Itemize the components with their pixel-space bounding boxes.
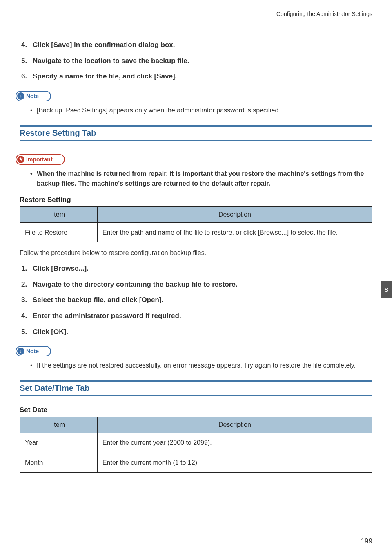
page-number: 199 (361, 537, 372, 545)
restore-steps: 1. Click [Browse...]. 2. Navigate to the… (20, 264, 372, 337)
note-callout-label: Note (26, 93, 39, 99)
step-number: 1. (21, 264, 27, 274)
step-text: Click [Browse...]. (33, 265, 89, 272)
table-cell-item: File to Restore (20, 222, 98, 242)
page-root: Configuring the Administrator Settings 4… (0, 0, 392, 556)
step-text: Navigate to the location to save the bac… (33, 57, 189, 65)
restore-lead-in: Follow the procedure below to restore co… (20, 248, 372, 258)
table-row: File to Restore Enter the path and name … (20, 222, 372, 242)
step-number: 5. (21, 56, 27, 66)
step-item: 2. Navigate to the directory containing … (20, 280, 372, 290)
step-number: 4. (21, 40, 27, 50)
table-cell-desc: Enter the path and name of the file to r… (97, 222, 372, 242)
step-text: Select the backup file, and click [Open]… (33, 296, 163, 304)
table-cell-item: Month (20, 453, 98, 472)
star-icon: ★ (17, 156, 24, 163)
step-text: Click [OK]. (33, 328, 68, 336)
step-item: 5. Click [OK]. (20, 327, 372, 337)
setdate-caption: Set Date (20, 406, 372, 414)
step-number: 6. (21, 72, 27, 82)
section-title-datetime: Set Date/Time Tab (20, 383, 372, 396)
important-bullet-list: When the machine is returned from repair… (20, 169, 372, 188)
note-callout-label: Note (26, 348, 39, 354)
step-number: 3. (21, 295, 27, 305)
table-cell-desc: Enter the current year (2000 to 2099). (97, 433, 372, 453)
section-rule (20, 380, 372, 382)
note-bullet-list: If the settings are not restored success… (20, 361, 372, 370)
step-number: 5. (21, 327, 27, 337)
step-text: Click [Save] in the confirmation dialog … (33, 41, 175, 49)
table-header-desc: Description (97, 417, 372, 433)
note-bullet-item: [Back up IPsec Settings] appears only wh… (30, 105, 372, 115)
running-head: Configuring the Administrator Settings (20, 11, 372, 17)
important-callout-label: Important (26, 156, 53, 163)
important-bullet-item: When the machine is returned from repair… (30, 169, 372, 188)
step-number: 4. (21, 311, 27, 321)
section-title-restore: Restore Setting Tab (20, 128, 372, 141)
chapter-tab: 8 (381, 281, 392, 298)
table-header-desc: Description (97, 206, 372, 222)
step-item: 1. Click [Browse...]. (20, 264, 372, 274)
arrow-down-icon: ↓ (17, 92, 24, 100)
step-item: 3. Select the backup file, and click [Op… (20, 295, 372, 305)
step-item: 5. Navigate to the location to save the … (20, 56, 372, 66)
table-row: Month Enter the current month (1 to 12). (20, 453, 372, 472)
note-callout: ↓ Note (16, 346, 51, 356)
restore-section-body: ★ Important When the machine is returned… (20, 151, 372, 370)
note-callout: ↓ Note (16, 91, 51, 101)
note-bullet-item: If the settings are not restored success… (30, 361, 372, 370)
restore-setting-table: Item Description File to Restore Enter t… (20, 206, 372, 242)
step-item: 4. Enter the administrator password if r… (20, 311, 372, 321)
table-header-item: Item (20, 206, 98, 222)
backup-steps-continued: 4. Click [Save] in the confirmation dial… (20, 40, 372, 82)
step-item: 4. Click [Save] in the confirmation dial… (20, 40, 372, 50)
table-cell-item: Year (20, 433, 98, 453)
step-item: 6. Specify a name for the file, and clic… (20, 72, 372, 82)
table-row: Year Enter the current year (2000 to 209… (20, 433, 372, 453)
step-text: Navigate to the directory containing the… (33, 280, 238, 288)
step-number: 2. (21, 280, 27, 290)
datetime-section-body: Set Date Item Description Year Enter the… (20, 406, 372, 472)
table-header-item: Item (20, 417, 98, 433)
table-cell-desc: Enter the current month (1 to 12). (97, 453, 372, 472)
step-text: Enter the administrator password if requ… (33, 312, 181, 320)
important-callout: ★ Important (16, 154, 65, 165)
section-rule (20, 125, 372, 127)
restore-table-caption: Restore Setting (20, 196, 372, 204)
note-bullet-list: [Back up IPsec Settings] appears only wh… (20, 105, 372, 115)
setdate-table: Item Description Year Enter the current … (20, 417, 372, 472)
arrow-down-icon: ↓ (17, 348, 24, 355)
step-text: Specify a name for the file, and click [… (33, 72, 177, 80)
